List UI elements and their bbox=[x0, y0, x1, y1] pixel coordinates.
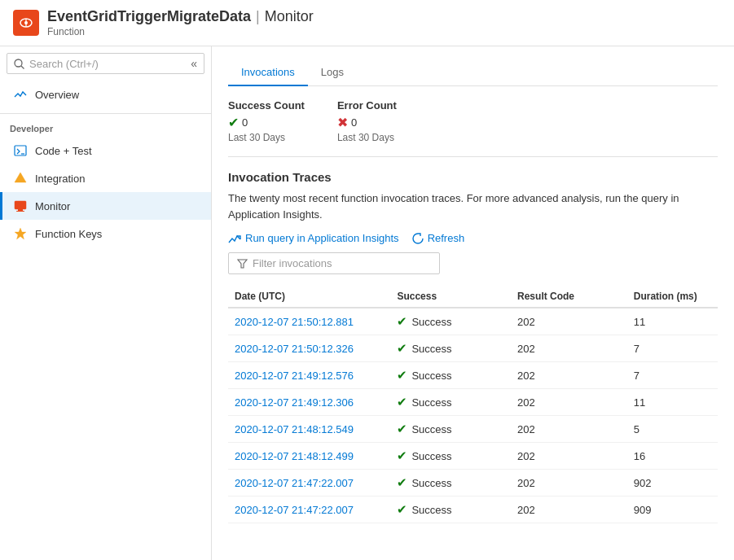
svg-rect-9 bbox=[18, 209, 23, 211]
trace-date-link[interactable]: 2020-12-07 21:49:12.306 bbox=[235, 396, 354, 409]
success-check-icon: ✔ bbox=[397, 422, 407, 436]
svg-marker-7 bbox=[15, 173, 26, 182]
success-number: 0 bbox=[242, 116, 248, 129]
trace-date-link[interactable]: 2020-12-07 21:47:22.007 bbox=[235, 504, 354, 516]
trace-success: ✔Success bbox=[390, 335, 511, 362]
trace-duration: 902 bbox=[627, 470, 718, 497]
filter-box[interactable]: Filter invocations bbox=[228, 252, 440, 274]
success-count-label: Success Count bbox=[228, 99, 305, 112]
action-bar: Run query in Application Insights Refres… bbox=[228, 232, 718, 244]
table-row: 2020-12-07 21:48:12.499✔Success20216 bbox=[228, 443, 718, 470]
error-icon: ✖ bbox=[337, 115, 348, 130]
svg-rect-10 bbox=[16, 211, 24, 212]
sidebar: Search (Ctrl+/) « Overview Developer Cod… bbox=[0, 46, 212, 560]
function-app-icon bbox=[13, 10, 39, 36]
success-check-icon: ✔ bbox=[397, 314, 407, 329]
sidebar-item-label-monitor: Monitor bbox=[35, 200, 70, 212]
invocation-traces-title: Invocation Traces bbox=[228, 170, 718, 184]
success-cell: ✔Success bbox=[397, 502, 504, 517]
tab-logs[interactable]: Logs bbox=[308, 59, 357, 86]
trace-result-code: 202 bbox=[511, 416, 627, 443]
sidebar-item-function-keys[interactable]: Function Keys bbox=[0, 220, 211, 247]
run-query-label: Run query in Application Insights bbox=[245, 232, 399, 244]
search-placeholder: Search (Ctrl+/) bbox=[29, 58, 99, 70]
chart-icon bbox=[228, 233, 241, 244]
trace-success: ✔Success bbox=[390, 308, 511, 335]
page-header: EventGridTriggerMigrateData | Monitor Fu… bbox=[0, 0, 734, 46]
tab-invocations[interactable]: Invocations bbox=[228, 59, 308, 86]
trace-success: ✔Success bbox=[390, 443, 511, 470]
page-name: Monitor bbox=[265, 8, 314, 25]
trace-result-code: 202 bbox=[511, 362, 627, 389]
trace-duration: 11 bbox=[627, 308, 718, 335]
invocation-table: Date (UTC) Success Result Code Duration … bbox=[228, 286, 718, 523]
sidebar-item-monitor[interactable]: Monitor bbox=[0, 192, 211, 220]
error-count-block: Error Count ✖ 0 Last 30 Days bbox=[337, 99, 397, 143]
table-row: 2020-12-07 21:48:12.549✔Success2025 bbox=[228, 416, 718, 443]
col-header-result-code: Result Code bbox=[511, 286, 627, 308]
trace-success: ✔Success bbox=[390, 362, 511, 389]
refresh-icon bbox=[412, 233, 424, 244]
trace-result-code: 202 bbox=[511, 497, 627, 523]
success-period: Last 30 Days bbox=[228, 132, 305, 143]
trace-duration: 11 bbox=[627, 389, 718, 416]
sidebar-item-integration[interactable]: Integration bbox=[0, 164, 211, 192]
success-check-icon: ✔ bbox=[397, 368, 407, 383]
trace-date-link[interactable]: 2020-12-07 21:49:12.576 bbox=[235, 370, 354, 382]
filter-placeholder: Filter invocations bbox=[253, 257, 332, 269]
success-check-icon: ✔ bbox=[397, 502, 407, 517]
table-row: 2020-12-07 21:47:22.007✔Success202902 bbox=[228, 470, 718, 497]
trace-date-link[interactable]: 2020-12-07 21:48:12.549 bbox=[235, 423, 354, 435]
refresh-link[interactable]: Refresh bbox=[412, 232, 465, 244]
success-count-value: ✔ 0 bbox=[228, 115, 305, 130]
invocation-traces-desc: The twenty most recent function invocati… bbox=[228, 190, 718, 222]
svg-marker-12 bbox=[238, 260, 247, 268]
trace-success: ✔Success bbox=[390, 470, 511, 497]
integration-icon bbox=[12, 170, 29, 186]
sidebar-section-developer: Developer bbox=[0, 119, 211, 137]
success-count-block: Success Count ✔ 0 Last 30 Days bbox=[228, 99, 305, 143]
stats-row: Success Count ✔ 0 Last 30 Days Error Cou… bbox=[228, 99, 718, 157]
trace-date-link[interactable]: 2020-12-07 21:47:22.007 bbox=[235, 477, 354, 489]
trace-date-link[interactable]: 2020-12-07 21:48:12.499 bbox=[235, 450, 354, 462]
collapse-button[interactable]: « bbox=[191, 57, 197, 70]
trace-date-link[interactable]: 2020-12-07 21:50:12.881 bbox=[235, 316, 354, 328]
sidebar-item-code-test[interactable]: Code + Test bbox=[0, 137, 211, 164]
success-cell: ✔Success bbox=[397, 341, 504, 356]
table-header-row: Date (UTC) Success Result Code Duration … bbox=[228, 286, 718, 308]
sidebar-divider-1 bbox=[0, 113, 211, 114]
table-row: 2020-12-07 21:47:22.007✔Success202909 bbox=[228, 497, 718, 523]
overview-icon bbox=[12, 86, 29, 103]
sidebar-item-label-integration: Integration bbox=[35, 173, 85, 185]
refresh-label: Refresh bbox=[428, 232, 465, 244]
monitor-icon bbox=[12, 198, 29, 214]
success-check-icon: ✔ bbox=[397, 341, 407, 356]
error-number: 0 bbox=[351, 116, 357, 129]
success-cell: ✔Success bbox=[397, 395, 504, 409]
trace-success: ✔Success bbox=[390, 389, 511, 416]
success-cell: ✔Success bbox=[397, 422, 504, 436]
sidebar-item-overview[interactable]: Overview bbox=[0, 81, 211, 108]
trace-date-link[interactable]: 2020-12-07 21:50:12.326 bbox=[235, 343, 354, 355]
trace-duration: 16 bbox=[627, 443, 718, 470]
svg-rect-8 bbox=[15, 201, 26, 209]
search-box[interactable]: Search (Ctrl+/) « bbox=[7, 53, 204, 74]
sidebar-item-label-overview: Overview bbox=[35, 89, 79, 101]
svg-marker-11 bbox=[15, 228, 26, 239]
search-icon bbox=[14, 59, 24, 69]
header-text: EventGridTriggerMigrateData | Monitor Fu… bbox=[47, 8, 314, 37]
table-row: 2020-12-07 21:49:12.306✔Success20211 bbox=[228, 389, 718, 416]
success-check-icon: ✔ bbox=[397, 395, 407, 409]
error-count-value: ✖ 0 bbox=[337, 115, 397, 130]
success-check-icon: ✔ bbox=[397, 448, 407, 463]
trace-result-code: 202 bbox=[511, 335, 627, 362]
trace-duration: 7 bbox=[627, 362, 718, 389]
svg-point-3 bbox=[15, 59, 22, 67]
table-row: 2020-12-07 21:50:12.326✔Success2027 bbox=[228, 335, 718, 362]
svg-line-4 bbox=[21, 66, 24, 69]
trace-success: ✔Success bbox=[390, 416, 511, 443]
tabs-bar: Invocations Logs bbox=[228, 59, 718, 86]
col-header-success: Success bbox=[390, 286, 511, 308]
run-query-link[interactable]: Run query in Application Insights bbox=[228, 232, 399, 244]
main-content: Invocations Logs Success Count ✔ 0 Last … bbox=[212, 46, 734, 560]
